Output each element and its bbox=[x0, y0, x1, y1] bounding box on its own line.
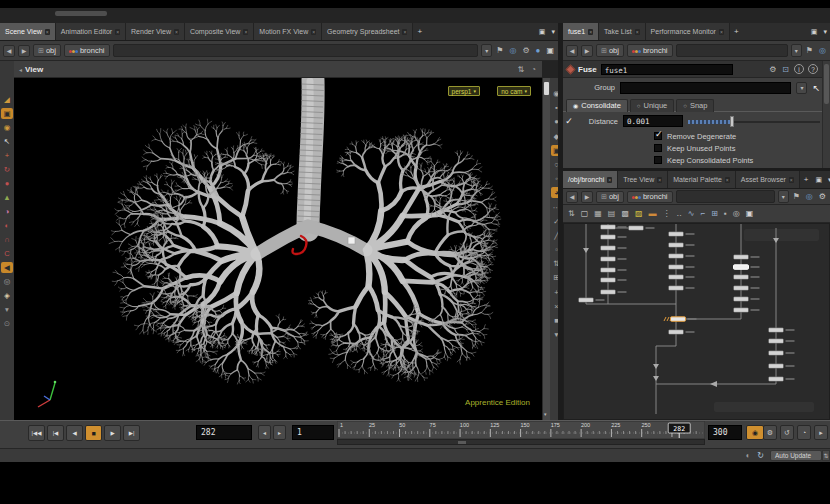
rotate-tool-icon[interactable]: ↻ bbox=[1, 164, 13, 175]
update-mode-spinner[interactable]: ⇅ bbox=[822, 450, 830, 461]
panel-icon[interactable]: ▣ bbox=[545, 46, 555, 55]
scroll-down-icon[interactable]: ▾ bbox=[544, 411, 547, 417]
tab-close-icon[interactable]: × bbox=[311, 29, 316, 35]
globe-icon[interactable]: ◎ bbox=[818, 46, 827, 55]
pane-maximize-icon[interactable]: ▣ bbox=[812, 176, 825, 184]
frame-increment-button[interactable]: ▸ bbox=[273, 425, 286, 440]
flag-icon[interactable]: ⚑ bbox=[805, 46, 814, 55]
stop-button[interactable]: ■ bbox=[85, 425, 102, 441]
path-input[interactable] bbox=[676, 44, 788, 57]
frame-all-icon[interactable]: ▣ bbox=[745, 209, 755, 218]
tab-close-icon[interactable]: × bbox=[789, 177, 794, 183]
memory-status-icon[interactable]: ◐ bbox=[743, 451, 752, 460]
next-keyframe-button[interactable]: ▶| bbox=[123, 425, 140, 441]
drag-handle[interactable] bbox=[55, 11, 107, 16]
distance-slider[interactable] bbox=[688, 116, 820, 127]
toggle-remove-degenerate[interactable]: ✓Remove Degenerate bbox=[654, 131, 736, 141]
pane-menu-icon[interactable]: ▾ bbox=[820, 28, 830, 36]
tab-asset-browser[interactable]: Asset Browser× bbox=[736, 171, 800, 188]
camera-dropdown[interactable]: no cam▾ bbox=[497, 86, 531, 96]
image-plane-icon[interactable]: ▦ bbox=[593, 209, 603, 218]
path-node-chip[interactable]: bronchi bbox=[627, 191, 673, 203]
tab-close-icon[interactable]: × bbox=[45, 29, 50, 35]
forward-button[interactable]: ▶ bbox=[18, 45, 30, 57]
play-button[interactable]: ▶ bbox=[104, 425, 121, 441]
path-node-chip[interactable]: bronchi bbox=[627, 44, 673, 57]
curve-tool-icon[interactable]: ∩ bbox=[1, 234, 13, 245]
path-dropdown[interactable]: ▾ bbox=[778, 190, 789, 203]
path-dropdown[interactable]: ▾ bbox=[481, 44, 492, 57]
toggle-keep-unused-points[interactable]: Keep Unused Points bbox=[654, 143, 735, 153]
comment-icon[interactable]: ▨ bbox=[634, 209, 644, 218]
path-root-chip[interactable]: ⊞ obj bbox=[596, 191, 624, 203]
wire-shape-icon[interactable]: ∿ bbox=[687, 209, 696, 218]
path-root-chip[interactable]: ⊞ obj bbox=[33, 44, 61, 57]
add-tab-button[interactable]: + bbox=[800, 171, 813, 188]
select-cursor-icon[interactable]: ↖ bbox=[1, 136, 13, 147]
clock-icon[interactable]: ◔ bbox=[530, 65, 537, 74]
tab-close-icon[interactable]: × bbox=[243, 29, 248, 35]
pane-menu-icon[interactable]: ▾ bbox=[548, 28, 558, 36]
checkbox[interactable] bbox=[654, 144, 662, 152]
back-button[interactable]: ◀ bbox=[566, 191, 578, 203]
auto-update-dropdown[interactable]: Auto Update bbox=[770, 450, 822, 461]
dot-display-icon[interactable]: ▪ bbox=[723, 209, 728, 218]
tab-performance-monitor[interactable]: Performance Monitor× bbox=[646, 23, 730, 40]
tab-composite-view[interactable]: Composite View× bbox=[185, 23, 254, 40]
shelf-arrow-icon[interactable]: ◢ bbox=[1, 94, 13, 105]
view-mode-icon[interactable]: ◎ bbox=[1, 276, 13, 287]
tab-close-icon[interactable]: × bbox=[719, 29, 724, 35]
collapse-icon[interactable]: ◂ bbox=[19, 66, 22, 73]
viewport-3d[interactable]: persp1▾ no cam▾ Apprentice Edition bbox=[14, 78, 542, 420]
clipboard-icon[interactable]: ▤ bbox=[607, 209, 617, 218]
tab-fuse1[interactable]: fuse1× bbox=[563, 23, 599, 40]
go-to-start-button[interactable]: |◀◀ bbox=[28, 425, 45, 441]
step-options-button[interactable]: ▸ bbox=[814, 425, 828, 440]
mode-tab-unique[interactable]: ○Unique bbox=[630, 99, 674, 112]
pane-menu-icon[interactable]: ▾ bbox=[825, 176, 830, 184]
back-button[interactable]: ◀ bbox=[566, 45, 578, 57]
mode-tab-snap[interactable]: ○Snap bbox=[676, 99, 714, 112]
help-icon[interactable]: ? bbox=[808, 64, 818, 74]
circle-tool-icon[interactable]: C bbox=[1, 248, 13, 259]
tab-take-list[interactable]: Take List× bbox=[599, 23, 646, 40]
layout-tool-icon[interactable]: ⊙ bbox=[1, 318, 13, 329]
path-input[interactable] bbox=[676, 190, 775, 203]
tab-animation-editor[interactable]: Animation Editor× bbox=[56, 23, 126, 40]
param-scrollbar[interactable] bbox=[822, 61, 830, 168]
pan-tool-icon[interactable]: ◈ bbox=[1, 290, 13, 301]
add-tab-button[interactable]: + bbox=[730, 23, 743, 40]
scrollbar-thumb[interactable] bbox=[544, 82, 549, 95]
tab-close-icon[interactable]: × bbox=[402, 29, 407, 35]
distance-field[interactable]: 0.001 bbox=[623, 115, 683, 127]
tab-material-palette[interactable]: Material Palette× bbox=[668, 171, 736, 188]
dots-menu-icon[interactable]: ⋮ bbox=[662, 209, 672, 218]
checkbox[interactable]: ✓ bbox=[654, 132, 662, 140]
play-reverse-button[interactable]: ◀ bbox=[66, 425, 83, 441]
new-tab-icon[interactable]: ▢ bbox=[580, 209, 590, 218]
tab-motion-fx-view[interactable]: Motion FX View× bbox=[254, 23, 322, 40]
group-select-cursor-icon[interactable]: ↖ bbox=[812, 83, 820, 93]
flag-icon[interactable]: ⚑ bbox=[495, 46, 504, 55]
range-handle[interactable] bbox=[458, 441, 466, 444]
badge-icon[interactable]: ▬ bbox=[648, 209, 658, 218]
path-input[interactable] bbox=[113, 44, 479, 57]
link-dots-icon[interactable]: ‥ bbox=[676, 209, 683, 218]
snap-toggle-icon[interactable]: ◀ bbox=[1, 262, 13, 273]
tab-close-icon[interactable]: × bbox=[174, 29, 179, 35]
playhead[interactable]: 282 bbox=[668, 423, 690, 433]
param-enable-check[interactable]: ✓ bbox=[563, 116, 575, 126]
viewport-scrollbar[interactable]: ▾ bbox=[542, 78, 550, 420]
scale-tool-icon[interactable]: ● bbox=[1, 178, 13, 189]
tab-close-icon[interactable]: × bbox=[657, 177, 662, 183]
more-tools-icon[interactable]: ▾ bbox=[1, 304, 13, 315]
flag-icon[interactable]: ⚑ bbox=[792, 192, 801, 201]
tab-close-icon[interactable]: × bbox=[635, 29, 640, 35]
forward-button[interactable]: ▶ bbox=[581, 191, 593, 203]
frame-ruler[interactable]: 1255075100125150175200225250282 bbox=[337, 421, 705, 439]
recook-icon[interactable]: ↻ bbox=[755, 451, 766, 460]
grid-snap-icon[interactable]: ⊞ bbox=[710, 209, 719, 218]
zoom-icon[interactable]: ◎ bbox=[732, 209, 741, 218]
tab-geometry-spreadsheet[interactable]: Geometry Spreadsheet× bbox=[322, 23, 413, 40]
persp-view-dropdown[interactable]: persp1▾ bbox=[448, 86, 480, 96]
